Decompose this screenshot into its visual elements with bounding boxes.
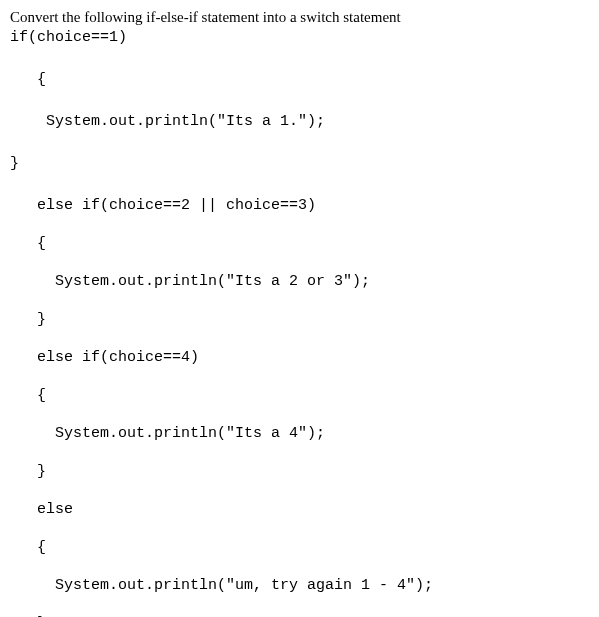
code-line: if(choice==1) xyxy=(10,29,589,47)
instruction-text: Convert the following if-else-if stateme… xyxy=(10,8,589,28)
code-line: System.out.println("um, try again 1 - 4"… xyxy=(10,577,589,595)
code-line: System.out.println("Its a 4"); xyxy=(10,425,589,443)
code-line: System.out.println("Its a 1."); xyxy=(10,113,589,131)
code-line: { xyxy=(10,387,589,405)
code-block: if(choice==1) { System.out.println("Its … xyxy=(10,29,589,618)
code-line: } xyxy=(10,311,589,329)
code-line: System.out.println("Its a 2 or 3"); xyxy=(10,273,589,291)
code-line: } xyxy=(10,463,589,481)
code-line: { xyxy=(10,539,589,557)
code-line: } xyxy=(10,155,589,173)
code-line: else if(choice==4) xyxy=(10,349,589,367)
code-line: { xyxy=(10,235,589,253)
code-line: { xyxy=(10,71,589,89)
code-line: else if(choice==2 || choice==3) xyxy=(10,197,589,215)
code-line: else xyxy=(10,501,589,519)
